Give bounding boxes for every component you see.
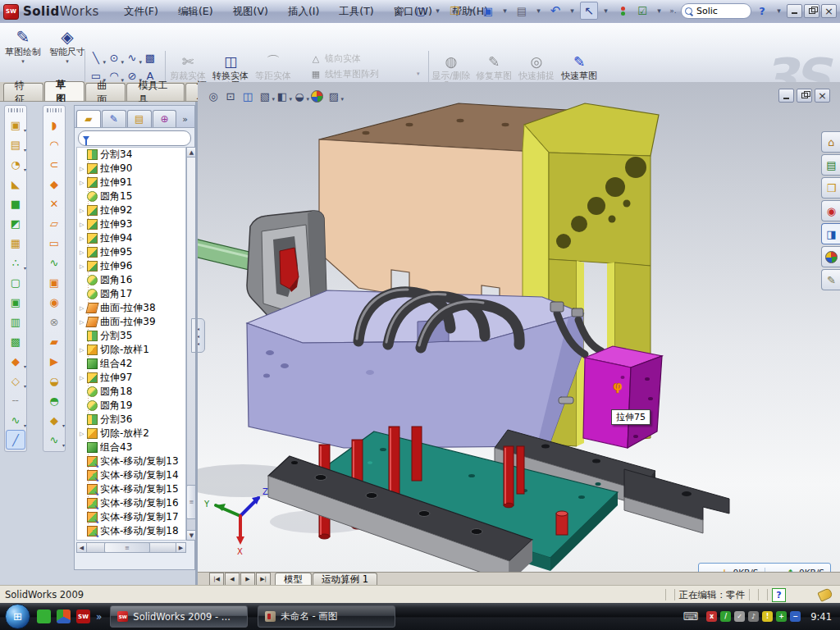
panel-tab[interactable]: ▰ [76,110,101,127]
cm-tab[interactable]: 草图 [44,81,84,101]
options-dropdown[interactable]: ▾ [653,2,665,20]
print-icon[interactable]: ▤ [513,2,531,20]
open-dropdown[interactable]: ▾ [465,2,477,20]
feature-tool-icon[interactable]: ▩ ▾ [6,331,25,351]
expand-arrow-icon[interactable]: ▷ [80,431,87,437]
mold-tool-icon[interactable]: ▰ ▾ [44,331,64,351]
panel-tabs-overflow[interactable]: » [177,111,193,127]
exploded-mold-assembly[interactable]: φ [198,102,840,572]
tree-item[interactable]: ▷ 曲面-拉伸39 [77,315,185,329]
tree-item[interactable]: ▷ 切除-放样2 [77,427,185,441]
print-dropdown[interactable]: ▾ [532,2,545,20]
tray-icon[interactable]: ♪ [748,611,759,622]
tree-item[interactable]: ▷ 拉伸97 [77,371,185,385]
tree-item[interactable]: ▷ 圆角19 [77,399,185,413]
tree-filter-box[interactable] [78,130,191,146]
toolbar-grip[interactable] [47,108,62,112]
view-tool-icon[interactable]: ◎ ▾ [205,88,221,104]
tree-item[interactable]: ▷ 拉伸93 [77,217,185,231]
view-tool-icon[interactable]: ▾ [308,88,325,104]
tree-item[interactable]: ▷ 圆角17 [77,287,185,301]
feature-tool-icon[interactable]: ∴ ▾ [6,253,25,272]
mold-tool-icon[interactable]: ◓ ▾ [44,390,64,410]
minimize-button[interactable] [787,4,802,18]
mold-tool-icon[interactable]: ∿ ▾ [44,430,64,450]
rebuild-icon[interactable] [614,2,632,20]
search-box[interactable] [681,3,751,19]
view-tool-icon[interactable]: ◧ ▾ [274,88,290,104]
tree-item[interactable]: ▷ 组合43 [77,441,185,454]
doc-restore-button[interactable] [797,89,812,103]
tree-item[interactable]: ▷ 实体-移动/复制13 [77,454,185,468]
mold-tool-icon[interactable]: ▭ ▾ [44,233,64,253]
feature-tool-icon[interactable]: ◇ ▾ [6,371,25,390]
tray-icon[interactable]: / [720,611,731,622]
help-icon[interactable]: ? [753,2,771,20]
tab-nav-button[interactable]: ▶ [240,573,255,586]
tree-item[interactable]: ▷ 拉伸96 [77,259,185,273]
cm-button[interactable]: ✎ 草图绘制 ▾ [2,25,44,80]
tray-icon[interactable]: − [790,611,801,622]
tab-nav-button[interactable]: ◀ [225,573,240,586]
feature-tool-icon[interactable]: ▣ ▾ [6,115,25,135]
expand-arrow-icon[interactable]: ▷ [80,208,87,214]
tree-item[interactable]: ▷ 实体-移动/复制15 [77,482,185,496]
options-icon[interactable]: ☑ [633,2,651,20]
mold-tool-icon[interactable]: ◉ ▾ [44,292,64,312]
save-icon[interactable]: ▣ [479,2,497,20]
undo-icon[interactable]: ↶ [546,2,564,20]
sketch-entity-icon[interactable]: ╲▾ [87,48,105,66]
tree-item[interactable]: ▷ 实体-移动/复制17 [77,510,185,524]
sketch-entity-icon[interactable]: ∿▾ [123,48,141,66]
tray-icon[interactable]: x [706,611,717,622]
cm-tab[interactable]: 模具工具 [126,83,184,101]
scroll-left-button[interactable]: ◀ [76,542,87,553]
taskbar-clock[interactable]: 9:41 [810,611,832,623]
feature-tool-icon[interactable]: ◔ ▾ [6,154,25,174]
new-document-icon[interactable]: ▢ [412,2,430,20]
menu-item[interactable]: 视图(V) [223,2,278,21]
taskbar-task-button[interactable]: SW SolidWorks 2009 - ... [110,605,248,628]
task-pane-tab[interactable]: ◉ [821,200,840,221]
mold-tool-icon[interactable]: ◗ ▾ [44,115,64,135]
restore-button[interactable] [804,4,819,18]
menu-item[interactable]: 文件(F) [114,2,168,21]
task-pane-tab[interactable]: ✎ [821,269,840,290]
tree-item[interactable]: ▷ 拉伸95 [77,245,185,259]
mold-tool-icon[interactable]: ▱ ▾ [44,213,64,233]
doc-minimize-button[interactable] [778,89,794,103]
tab-nav-button[interactable]: |◀ [209,573,224,586]
feature-tool-icon[interactable]: ◣ ▾ [6,174,25,194]
tree-item[interactable]: ▷ 圆角15 [77,189,185,203]
feature-tool-icon[interactable]: ▣ ▾ [6,292,25,312]
cm-tab[interactable]: 曲面 [85,83,126,101]
expand-arrow-icon[interactable]: ▷ [80,347,87,354]
feature-tool-icon[interactable]: ▦ ▾ [6,233,25,253]
tree-item[interactable]: ▷ 圆角16 [77,273,185,287]
tree-item[interactable]: ▷ 实体-移动/复制14 [77,468,185,482]
mold-tool-icon[interactable]: ◆ ▾ [44,410,64,430]
right-rail[interactable] [624,469,729,533]
quick-tips-icon[interactable]: ? [772,588,786,602]
tray-icon[interactable]: ! [762,611,773,622]
expand-arrow-icon[interactable]: ▷ [80,166,87,172]
panel-tab[interactable]: ⊕ [153,110,177,127]
menu-item[interactable]: 编辑(E) [168,2,223,21]
tree-item[interactable]: ▷ 圆角18 [77,385,185,399]
sketch-entity-icon[interactable]: ▩▾ [141,48,159,66]
scroll-right-button[interactable]: ▶ [176,542,186,553]
tray-icon[interactable]: + [776,611,787,622]
feature-tool-icon[interactable]: ╌ ▾ [6,390,25,410]
lavender-core-block[interactable] [247,290,583,448]
tree-item[interactable]: ▷ 曲面-拉伸38 [77,301,185,315]
mold-tool-icon[interactable]: ▣ ▾ [44,272,64,292]
menu-item[interactable]: 工具(T) [329,2,383,21]
task-pane-tab[interactable]: ▤ [821,154,840,176]
expand-arrow-icon[interactable]: ▷ [80,221,87,228]
tree-item[interactable]: ▷ 切除-放样1 [77,343,185,357]
task-pane-tab[interactable] [821,246,840,267]
close-button[interactable]: × [821,4,837,18]
quick-launch-icon[interactable] [37,609,51,623]
select-dropdown[interactable]: ▾ [600,2,612,20]
tree-item[interactable]: ▷ 拉伸92 [77,203,185,217]
